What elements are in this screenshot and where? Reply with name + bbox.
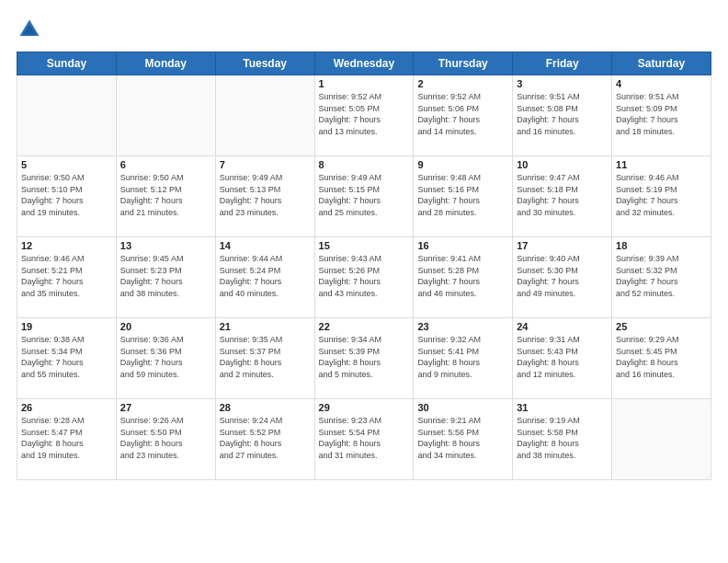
day-cell: 31Sunrise: 9:19 AM Sunset: 5:58 PM Dayli…	[513, 399, 612, 480]
day-number: 30	[417, 402, 508, 413]
day-number: 25	[616, 321, 707, 332]
day-number: 13	[120, 240, 211, 251]
day-number: 5	[21, 159, 112, 170]
day-number: 9	[417, 159, 508, 170]
day-number: 17	[517, 240, 608, 251]
day-cell: 8Sunrise: 9:49 AM Sunset: 5:15 PM Daylig…	[314, 156, 414, 237]
day-number: 16	[417, 240, 508, 251]
day-info: Sunrise: 9:40 AM Sunset: 5:30 PM Dayligh…	[517, 253, 608, 299]
day-cell: 24Sunrise: 9:31 AM Sunset: 5:43 PM Dayli…	[513, 318, 612, 399]
day-info: Sunrise: 9:48 AM Sunset: 5:16 PM Dayligh…	[417, 172, 508, 218]
day-number: 18	[616, 240, 707, 251]
day-header-thursday: Thursday	[414, 52, 513, 75]
day-number: 26	[21, 402, 112, 413]
day-info: Sunrise: 9:29 AM Sunset: 5:45 PM Dayligh…	[616, 334, 707, 380]
calendar-header-row: SundayMondayTuesdayWednesdayThursdayFrid…	[17, 52, 711, 75]
day-info: Sunrise: 9:36 AM Sunset: 5:36 PM Dayligh…	[120, 334, 211, 380]
day-cell: 30Sunrise: 9:21 AM Sunset: 5:56 PM Dayli…	[414, 399, 513, 480]
day-cell: 27Sunrise: 9:26 AM Sunset: 5:50 PM Dayli…	[116, 399, 215, 480]
day-info: Sunrise: 9:47 AM Sunset: 5:18 PM Dayligh…	[517, 172, 608, 218]
logo	[17, 17, 46, 42]
header	[17, 17, 711, 42]
day-info: Sunrise: 9:32 AM Sunset: 5:41 PM Dayligh…	[417, 334, 508, 380]
day-cell: 16Sunrise: 9:41 AM Sunset: 5:28 PM Dayli…	[414, 237, 513, 318]
day-info: Sunrise: 9:51 AM Sunset: 5:08 PM Dayligh…	[517, 91, 608, 137]
day-number: 14	[220, 240, 311, 251]
day-info: Sunrise: 9:35 AM Sunset: 5:37 PM Dayligh…	[220, 334, 311, 380]
day-info: Sunrise: 9:51 AM Sunset: 5:09 PM Dayligh…	[616, 91, 707, 137]
day-info: Sunrise: 9:50 AM Sunset: 5:10 PM Dayligh…	[21, 172, 112, 218]
day-info: Sunrise: 9:46 AM Sunset: 5:19 PM Dayligh…	[616, 172, 707, 218]
day-number: 31	[517, 402, 608, 413]
day-cell: 15Sunrise: 9:43 AM Sunset: 5:26 PM Dayli…	[314, 237, 414, 318]
day-cell: 20Sunrise: 9:36 AM Sunset: 5:36 PM Dayli…	[116, 318, 215, 399]
day-cell: 28Sunrise: 9:24 AM Sunset: 5:52 PM Dayli…	[215, 399, 314, 480]
day-info: Sunrise: 9:41 AM Sunset: 5:28 PM Dayligh…	[417, 253, 508, 299]
day-number: 1	[319, 78, 410, 89]
day-cell: 3Sunrise: 9:51 AM Sunset: 5:08 PM Daylig…	[513, 75, 612, 156]
day-header-tuesday: Tuesday	[215, 52, 314, 75]
day-cell	[116, 75, 215, 156]
day-cell: 11Sunrise: 9:46 AM Sunset: 5:19 PM Dayli…	[612, 156, 711, 237]
day-info: Sunrise: 9:21 AM Sunset: 5:56 PM Dayligh…	[417, 415, 508, 461]
day-number: 7	[220, 159, 311, 170]
day-info: Sunrise: 9:23 AM Sunset: 5:54 PM Dayligh…	[319, 415, 410, 461]
day-info: Sunrise: 9:24 AM Sunset: 5:52 PM Dayligh…	[220, 415, 311, 461]
calendar-table: SundayMondayTuesdayWednesdayThursdayFrid…	[17, 52, 711, 480]
day-cell: 1Sunrise: 9:52 AM Sunset: 5:05 PM Daylig…	[314, 75, 414, 156]
day-cell: 26Sunrise: 9:28 AM Sunset: 5:47 PM Dayli…	[17, 399, 117, 480]
day-cell: 9Sunrise: 9:48 AM Sunset: 5:16 PM Daylig…	[414, 156, 513, 237]
day-cell: 5Sunrise: 9:50 AM Sunset: 5:10 PM Daylig…	[17, 156, 117, 237]
day-cell	[215, 75, 314, 156]
day-number: 8	[319, 159, 410, 170]
week-row-4: 19Sunrise: 9:38 AM Sunset: 5:34 PM Dayli…	[17, 318, 711, 399]
day-cell: 13Sunrise: 9:45 AM Sunset: 5:23 PM Dayli…	[116, 237, 215, 318]
day-number: 27	[120, 402, 211, 413]
day-info: Sunrise: 9:45 AM Sunset: 5:23 PM Dayligh…	[120, 253, 211, 299]
day-number: 15	[319, 240, 410, 251]
day-cell: 25Sunrise: 9:29 AM Sunset: 5:45 PM Dayli…	[612, 318, 711, 399]
day-cell: 22Sunrise: 9:34 AM Sunset: 5:39 PM Dayli…	[314, 318, 414, 399]
day-cell: 14Sunrise: 9:44 AM Sunset: 5:24 PM Dayli…	[215, 237, 314, 318]
day-info: Sunrise: 9:46 AM Sunset: 5:21 PM Dayligh…	[21, 253, 112, 299]
week-row-3: 12Sunrise: 9:46 AM Sunset: 5:21 PM Dayli…	[17, 237, 711, 318]
day-info: Sunrise: 9:49 AM Sunset: 5:13 PM Dayligh…	[220, 172, 311, 218]
day-number: 12	[21, 240, 112, 251]
day-number: 10	[517, 159, 608, 170]
day-cell: 21Sunrise: 9:35 AM Sunset: 5:37 PM Dayli…	[215, 318, 314, 399]
week-row-5: 26Sunrise: 9:28 AM Sunset: 5:47 PM Dayli…	[17, 399, 711, 480]
day-cell: 17Sunrise: 9:40 AM Sunset: 5:30 PM Dayli…	[513, 237, 612, 318]
day-number: 23	[417, 321, 508, 332]
week-row-2: 5Sunrise: 9:50 AM Sunset: 5:10 PM Daylig…	[17, 156, 711, 237]
day-header-friday: Friday	[513, 52, 612, 75]
day-info: Sunrise: 9:26 AM Sunset: 5:50 PM Dayligh…	[120, 415, 211, 461]
day-cell: 6Sunrise: 9:50 AM Sunset: 5:12 PM Daylig…	[116, 156, 215, 237]
day-cell: 4Sunrise: 9:51 AM Sunset: 5:09 PM Daylig…	[612, 75, 711, 156]
day-info: Sunrise: 9:38 AM Sunset: 5:34 PM Dayligh…	[21, 334, 112, 380]
week-row-1: 1Sunrise: 9:52 AM Sunset: 5:05 PM Daylig…	[17, 75, 711, 156]
day-info: Sunrise: 9:31 AM Sunset: 5:43 PM Dayligh…	[517, 334, 608, 380]
day-cell: 7Sunrise: 9:49 AM Sunset: 5:13 PM Daylig…	[215, 156, 314, 237]
day-cell: 23Sunrise: 9:32 AM Sunset: 5:41 PM Dayli…	[414, 318, 513, 399]
day-cell: 2Sunrise: 9:52 AM Sunset: 5:06 PM Daylig…	[414, 75, 513, 156]
day-number: 20	[120, 321, 211, 332]
day-cell: 29Sunrise: 9:23 AM Sunset: 5:54 PM Dayli…	[314, 399, 414, 480]
day-info: Sunrise: 9:52 AM Sunset: 5:05 PM Dayligh…	[319, 91, 410, 137]
day-info: Sunrise: 9:52 AM Sunset: 5:06 PM Dayligh…	[417, 91, 508, 137]
day-number: 29	[319, 402, 410, 413]
day-header-wednesday: Wednesday	[314, 52, 414, 75]
page: SundayMondayTuesdayWednesdayThursdayFrid…	[0, 0, 728, 563]
day-cell: 10Sunrise: 9:47 AM Sunset: 5:18 PM Dayli…	[513, 156, 612, 237]
day-header-saturday: Saturday	[612, 52, 711, 75]
logo-icon	[17, 17, 42, 42]
day-number: 22	[319, 321, 410, 332]
day-info: Sunrise: 9:43 AM Sunset: 5:26 PM Dayligh…	[319, 253, 410, 299]
day-info: Sunrise: 9:34 AM Sunset: 5:39 PM Dayligh…	[319, 334, 410, 380]
day-cell: 19Sunrise: 9:38 AM Sunset: 5:34 PM Dayli…	[17, 318, 117, 399]
day-cell	[612, 399, 711, 480]
day-info: Sunrise: 9:28 AM Sunset: 5:47 PM Dayligh…	[21, 415, 112, 461]
day-number: 28	[220, 402, 311, 413]
day-info: Sunrise: 9:39 AM Sunset: 5:32 PM Dayligh…	[616, 253, 707, 299]
day-info: Sunrise: 9:49 AM Sunset: 5:15 PM Dayligh…	[319, 172, 410, 218]
day-info: Sunrise: 9:50 AM Sunset: 5:12 PM Dayligh…	[120, 172, 211, 218]
